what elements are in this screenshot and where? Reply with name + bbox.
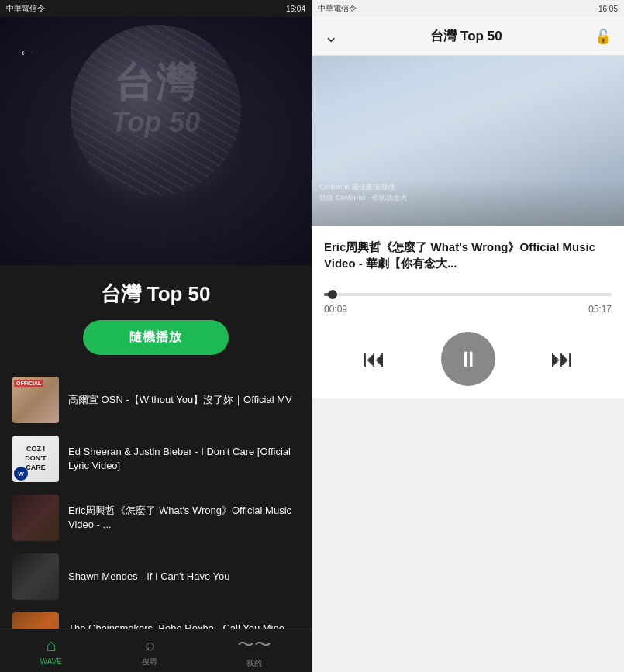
progress-thumb xyxy=(328,290,337,299)
total-time: 05:17 xyxy=(588,304,612,315)
left-time: 16:04 xyxy=(286,5,305,13)
left-carrier: 中華電信令 xyxy=(6,3,45,14)
track-info-1: 高爾宣 OSN -【Without You】沒了妳｜Official MV xyxy=(68,393,299,407)
track-item[interactable]: Shawn Mendes - If I Can't Have You xyxy=(0,547,312,606)
track-title-5: The Chainsmokers, Bebe Rexha - Call You … xyxy=(68,622,299,629)
carrier-text: 中華電信令 xyxy=(6,3,45,14)
progress-container[interactable] xyxy=(312,284,624,299)
progress-fill xyxy=(324,293,333,296)
pause-button[interactable]: ⏸ xyxy=(441,332,495,386)
lock-icon[interactable]: 🔓 xyxy=(595,28,612,45)
left-status-bar: 中華電信令 16:04 xyxy=(0,0,312,17)
nav-mine-label: 我的 xyxy=(246,658,262,669)
track-title-2: Ed Sheeran & Justin Bieber - I Don't Car… xyxy=(68,445,299,473)
nav-wave[interactable]: ⌂ WAVE xyxy=(40,636,62,666)
playback-controls: ⏮ ⏸ ⏭ xyxy=(312,319,624,398)
track-thumbnail-4 xyxy=(12,553,59,600)
hero-taiwan-text: 台灣 xyxy=(114,56,198,110)
current-time: 00:09 xyxy=(324,304,347,315)
video-area: Conforms 最佳最佳/最佳歌曲 Conforms - 你比我念大 xyxy=(312,56,624,226)
track-info-2: Ed Sheeran & Justin Bieber - I Don't Car… xyxy=(68,445,299,473)
shuffle-button[interactable]: 隨機播放 xyxy=(83,320,229,355)
progress-bar[interactable] xyxy=(324,293,612,296)
hero-text-overlay: 台灣 Top 50 xyxy=(0,17,312,265)
track-thumbnail-1 xyxy=(12,377,59,423)
nav-search[interactable]: ⌕ 搜尋 xyxy=(142,635,157,667)
hero-area: 台灣 Top 50 ← xyxy=(0,17,312,265)
right-carrier: 中華電信令 xyxy=(318,3,357,14)
track-item[interactable]: 高爾宣 OSN -【Without You】沒了妳｜Official MV xyxy=(0,370,312,429)
chevron-down-button[interactable]: ⌄ xyxy=(324,26,338,47)
track-thumbnail-2: W xyxy=(12,436,59,482)
track-title-3: Eric周興哲《怎麼了 What's Wrong》Official Music … xyxy=(68,504,299,532)
nav-search-label: 搜尋 xyxy=(142,656,157,667)
right-time: 16:05 xyxy=(598,5,618,13)
track-title-1: 高爾宣 OSN -【Without You】沒了妳｜Official MV xyxy=(68,393,299,407)
right-bottom-space xyxy=(312,398,624,672)
next-button[interactable]: ⏭ xyxy=(550,346,574,372)
track-thumbnail-3 xyxy=(12,495,59,541)
nav-wave-label: WAVE xyxy=(40,657,62,666)
hero-top50-text: Top 50 xyxy=(112,106,201,139)
track-title-4: Shawn Mendes - If I Can't Have You xyxy=(68,570,299,584)
time-row: 00:09 05:17 xyxy=(312,299,624,319)
track-item[interactable]: W Ed Sheeran & Justin Bieber - I Don't C… xyxy=(0,429,312,488)
track-item[interactable]: Eric周興哲《怎麼了 What's Wrong》Official Music … xyxy=(0,488,312,547)
playlist-title: 台灣 Top 50 xyxy=(101,281,210,308)
nav-mine[interactable]: 〜〜 我的 xyxy=(237,633,271,669)
wave-icon: ⌂ xyxy=(46,636,56,656)
now-playing-info: Eric周興哲《怎麼了 What's Wrong》Official Music … xyxy=(312,226,624,284)
left-panel: 中華電信令 16:04 台灣 Top 50 ← 台灣 Top 50 隨機播放 高… xyxy=(0,0,312,672)
mine-icon: 〜〜 xyxy=(237,633,271,656)
track-thumbnail-5 xyxy=(12,612,59,629)
right-panel: 中華電信令 16:05 ⌄ 台灣 Top 50 🔓 Conforms 最佳最佳/… xyxy=(312,0,624,672)
right-header-title: 台灣 Top 50 xyxy=(338,27,595,45)
right-header: ⌄ 台灣 Top 50 🔓 xyxy=(312,17,624,56)
warner-logo: W xyxy=(14,467,28,481)
track-info-5: The Chainsmokers, Bebe Rexha - Call You … xyxy=(68,622,299,629)
video-overlay-text: Conforms 最佳最佳/最佳歌曲 Conforms - 你比我念大 xyxy=(319,182,407,203)
left-status-right: 16:04 xyxy=(286,5,305,13)
search-icon: ⌕ xyxy=(145,635,155,655)
right-status-bar: 中華電信令 16:05 xyxy=(312,0,624,17)
track-list: 高爾宣 OSN -【Without You】沒了妳｜Official MV W … xyxy=(0,363,312,629)
track-item[interactable]: The Chainsmokers, Bebe Rexha - Call You … xyxy=(0,606,312,629)
bottom-nav: ⌂ WAVE ⌕ 搜尋 〜〜 我的 xyxy=(0,629,312,672)
now-playing-title: Eric周興哲《怎麼了 What's Wrong》Official Music … xyxy=(324,239,612,271)
previous-button[interactable]: ⏮ xyxy=(363,346,386,372)
track-info-4: Shawn Mendes - If I Can't Have You xyxy=(68,570,299,584)
track-info-3: Eric周興哲《怎麼了 What's Wrong》Official Music … xyxy=(68,504,299,532)
playlist-info: 台灣 Top 50 隨機播放 xyxy=(0,265,312,363)
back-button[interactable]: ← xyxy=(12,39,40,67)
